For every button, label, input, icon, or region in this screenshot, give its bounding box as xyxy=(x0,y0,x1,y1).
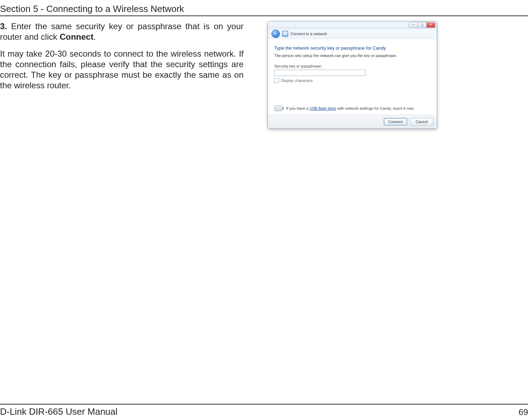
dialog-button-bar: Connect Cancel xyxy=(268,115,437,128)
cancel-button[interactable]: Cancel xyxy=(410,118,433,126)
body-text-block: 3. Enter the same security key or passph… xyxy=(0,21,244,91)
close-button[interactable]: ✕ xyxy=(427,22,435,28)
divider-bottom xyxy=(0,404,528,405)
connect-network-dialog: — ▢ ✕ ← Connect to a network Type the ne… xyxy=(268,21,437,129)
paragraph-note: It may take 20-30 seconds to connect to … xyxy=(0,49,244,91)
section-header: Section 5 - Connecting to a Wireless Net… xyxy=(0,4,184,14)
step-text-a: Enter the same security key or passphras… xyxy=(0,21,244,42)
usb-hint-text: If you have a USB flash drive with netwo… xyxy=(286,106,414,110)
usb-drive-icon xyxy=(274,106,283,111)
dialog-content: Type the network security key or passphr… xyxy=(268,39,437,115)
dialog-title: Type the network security key or passphr… xyxy=(274,45,430,51)
display-characters-label: Display characters xyxy=(281,78,313,83)
display-characters-row: Display characters xyxy=(274,78,430,83)
display-characters-checkbox[interactable] xyxy=(274,78,279,83)
page-number: 69 xyxy=(518,407,528,417)
usb-text-a: If you have a xyxy=(286,106,309,110)
step-bold: Connect xyxy=(59,32,93,42)
connect-button[interactable]: Connect xyxy=(384,118,407,126)
minimize-button[interactable]: — xyxy=(409,22,418,28)
back-button[interactable]: ← xyxy=(271,30,280,38)
divider-top xyxy=(0,15,528,16)
passphrase-input[interactable] xyxy=(274,70,366,76)
window-titlebar: — ▢ ✕ xyxy=(268,21,437,29)
usb-text-b: with network settings for Candy, insert … xyxy=(336,106,414,110)
dialog-nav-text: Connect to a network xyxy=(290,32,327,36)
dialog-subtitle: The person who setup the network can giv… xyxy=(274,53,430,58)
usb-flash-drive-link[interactable]: USB flash drive xyxy=(309,106,336,110)
step-number: 3. xyxy=(0,21,7,31)
usb-hint-row: If you have a USB flash drive with netwo… xyxy=(274,106,430,111)
step-text-b: . xyxy=(93,32,96,42)
window-buttons: — ▢ ✕ xyxy=(409,22,435,28)
passphrase-label: Security key or passphrase: xyxy=(274,64,430,68)
footer-manual-title: D-Link DIR-665 User Manual xyxy=(0,406,118,417)
maximize-button[interactable]: ▢ xyxy=(418,22,427,28)
network-icon xyxy=(282,31,288,37)
step-3: 3. Enter the same security key or passph… xyxy=(0,21,244,42)
dialog-nav-row: ← Connect to a network xyxy=(268,29,437,39)
